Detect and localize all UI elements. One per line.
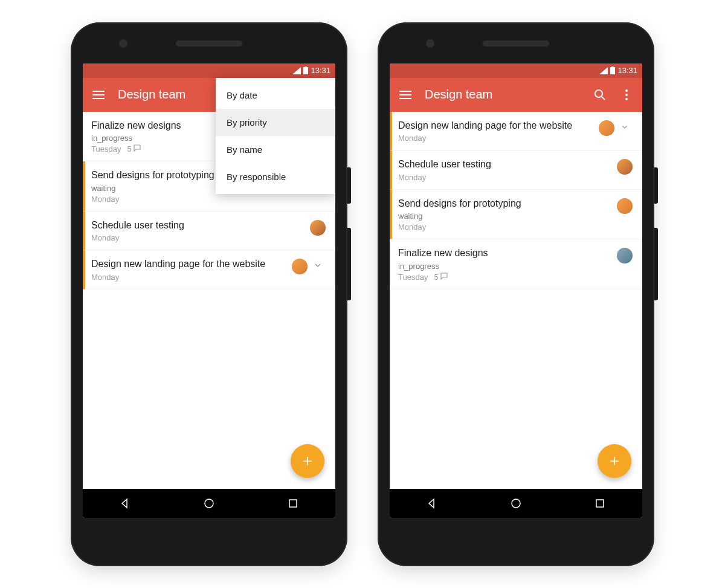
svg-point-12 — [595, 90, 602, 97]
phone-speaker — [483, 40, 549, 47]
svg-point-17 — [512, 499, 520, 508]
menu-icon[interactable] — [91, 88, 106, 102]
screen-right: 13:31 Design team Design new landing pag… — [390, 63, 642, 518]
comment-icon — [440, 273, 448, 282]
phone-mockup-right: 13:31 Design team Design new landing pag… — [378, 22, 654, 566]
battery-icon — [303, 66, 308, 74]
app-bar: Design team — [390, 78, 642, 112]
chevron-down-icon[interactable] — [620, 123, 633, 134]
status-bar: 13:31 — [390, 63, 642, 78]
svg-rect-7 — [610, 67, 615, 74]
task-row[interactable]: Finalize new designs in_progress Tuesday… — [390, 239, 642, 289]
task-title: Finalize new designs — [398, 247, 611, 260]
svg-line-13 — [602, 97, 605, 100]
android-nav-bar — [83, 489, 335, 518]
phone-camera — [426, 39, 434, 48]
status-bar: 13:31 — [83, 63, 335, 78]
svg-rect-4 — [92, 98, 105, 99]
recents-button[interactable] — [286, 496, 300, 511]
avatar — [617, 248, 633, 263]
svg-rect-0 — [303, 67, 308, 74]
app-title: Design team — [425, 88, 581, 102]
home-button[interactable] — [509, 496, 523, 511]
back-button[interactable] — [425, 496, 439, 511]
task-row[interactable]: Schedule user testing Monday — [83, 212, 335, 251]
task-status: in_progress — [398, 262, 611, 271]
more-icon[interactable] — [619, 88, 634, 102]
home-button[interactable] — [202, 496, 216, 511]
task-row[interactable]: Design new landing page for the website … — [83, 250, 335, 289]
back-button[interactable] — [118, 496, 132, 511]
chevron-down-icon[interactable] — [314, 261, 326, 272]
android-nav-bar — [390, 489, 642, 518]
sort-option-responsible[interactable]: By responsible — [216, 163, 335, 190]
svg-point-14 — [625, 89, 628, 92]
svg-point-5 — [205, 499, 213, 508]
menu-icon[interactable] — [398, 88, 413, 102]
task-comments: 5 — [127, 144, 140, 153]
screen-left: 13:31 Design team By date By priority By… — [83, 63, 335, 518]
avatar — [617, 198, 633, 214]
svg-rect-1 — [305, 66, 307, 68]
comment-icon — [134, 144, 141, 153]
svg-rect-18 — [596, 500, 604, 507]
task-title: Design new landing page for the website — [91, 257, 286, 271]
task-date: Monday — [398, 222, 426, 231]
task-date: Monday — [91, 195, 119, 204]
task-title: Send designs for prototyping — [398, 197, 611, 210]
avatar — [599, 120, 614, 136]
task-row[interactable]: Schedule user testing Monday — [390, 150, 642, 190]
avatar — [292, 259, 308, 274]
phone-mockup-left: 13:31 Design team By date By priority By… — [71, 22, 347, 566]
avatar — [310, 220, 326, 236]
task-title: Design new landing page for the website — [398, 119, 593, 132]
task-date: Monday — [398, 134, 426, 143]
svg-point-16 — [625, 98, 628, 100]
sort-menu: By date By priority By name By responsib… — [216, 78, 335, 194]
task-date: Monday — [91, 273, 119, 282]
search-icon[interactable] — [593, 88, 607, 102]
sort-option-name[interactable]: By name — [216, 136, 335, 163]
svg-rect-9 — [399, 91, 411, 92]
status-time: 13:31 — [617, 66, 637, 75]
svg-rect-3 — [92, 94, 105, 95]
task-title: Schedule user testing — [398, 158, 611, 171]
svg-rect-6 — [289, 500, 297, 507]
status-time: 13:31 — [311, 66, 330, 75]
svg-rect-8 — [612, 66, 614, 68]
task-date: Tuesday — [398, 273, 428, 282]
task-list[interactable]: Design new landing page for the website … — [390, 112, 642, 489]
recents-button[interactable] — [593, 496, 607, 511]
fab-add-button[interactable] — [291, 444, 324, 478]
task-date: Tuesday — [91, 144, 121, 153]
signal-icon — [599, 67, 608, 74]
sort-option-date[interactable]: By date — [216, 82, 335, 109]
svg-point-15 — [625, 94, 628, 96]
task-row[interactable]: Send designs for prototyping waiting Mon… — [390, 190, 642, 240]
fab-add-button[interactable] — [598, 444, 631, 478]
task-status: waiting — [398, 212, 611, 221]
svg-rect-10 — [399, 94, 411, 95]
svg-rect-11 — [399, 98, 411, 99]
avatar — [617, 159, 633, 175]
phone-speaker — [176, 40, 242, 47]
battery-icon — [610, 66, 615, 74]
sort-option-priority[interactable]: By priority — [216, 109, 335, 136]
task-row[interactable]: Design new landing page for the website … — [390, 112, 642, 151]
task-date: Monday — [398, 173, 426, 182]
task-comments: 5 — [434, 273, 447, 282]
task-date: Monday — [91, 233, 119, 242]
signal-icon — [292, 67, 301, 74]
task-title: Schedule user testing — [91, 219, 304, 232]
phone-camera — [119, 39, 127, 48]
svg-rect-2 — [92, 91, 105, 92]
